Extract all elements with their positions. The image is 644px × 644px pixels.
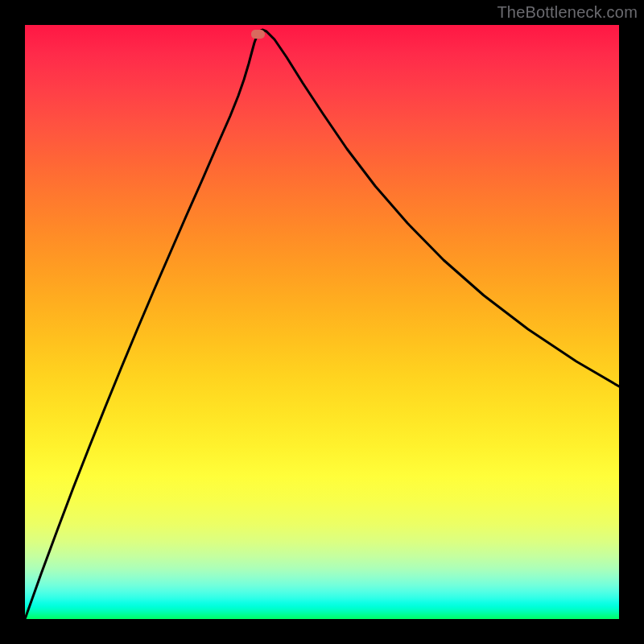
bottleneck-curve (25, 30, 619, 619)
optimal-point-marker (251, 30, 265, 39)
curve-svg (25, 25, 619, 619)
plot-area (25, 25, 619, 619)
chart-frame: TheBottleneck.com (0, 0, 644, 644)
watermark-text: TheBottleneck.com (497, 3, 638, 22)
